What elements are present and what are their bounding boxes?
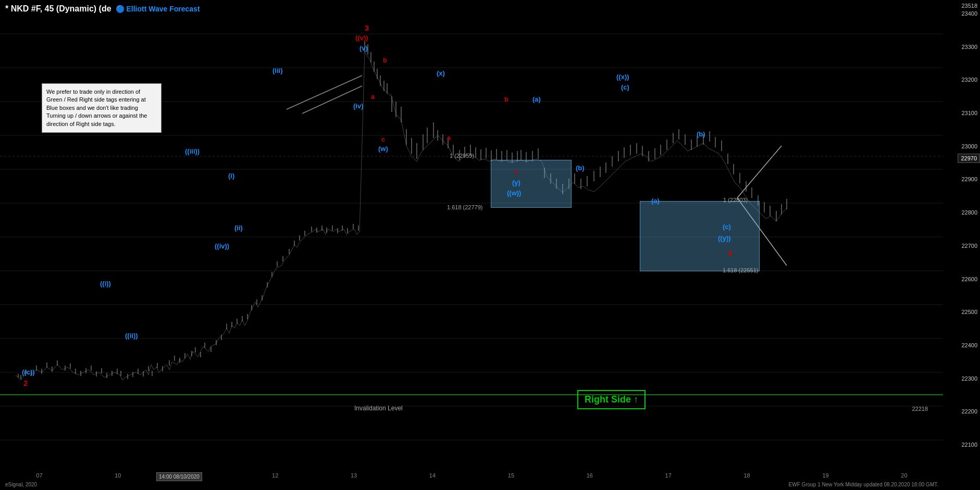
right-side-label: Right Side ↑ [585,394,638,405]
price-23100: 23100 [944,110,980,116]
wave-label-3: 3 [365,23,369,32]
svg-line-14 [287,76,362,109]
wave-label-b2: b [504,95,508,103]
wave-label-ii1: ((i)) [100,280,111,287]
price-22218-label: 22218 [912,406,928,412]
time-12: 12 [272,472,278,479]
date-highlight: 14:00 08/10/2020 [156,472,202,481]
wave-label-i1: (i) [228,172,234,180]
wave-label-c4: (c) [723,223,731,231]
wave-label-1618-22551: 1.618 (22551) [723,267,759,273]
time-10: 10 [115,472,121,479]
wave-label-iii: (iii) [272,67,283,74]
invalidation-level-text: Invalidation Level [354,405,403,412]
wave-label-v: (v) [359,44,368,52]
wave-label-yy1: ((y)) [718,234,731,242]
wave-label-c2: c [515,168,518,175]
wave-label-1-22959: 1 (22959) [450,153,474,159]
wave-label-iv: (iv) [353,102,364,110]
time-07: 07 [36,472,42,479]
time-15: 15 [508,472,514,479]
chart-title: * NKD #F, 45 (Dynamic) (de [5,4,111,14]
wave-label-x1: (x) [437,69,445,77]
bottom-left-text: eSignal, 2020 [5,482,37,487]
wave-label-xx: ((x)) [616,73,629,81]
chart-svg [0,0,980,490]
wave-label-1-22803: 1 (22803) [723,197,748,203]
wave-label-w1: (w) [378,145,388,153]
wave-label-a1: a [371,93,375,100]
wave-label-iii2: ((iii)) [185,147,200,155]
price-22900: 22900 [944,176,980,182]
time-18: 18 [743,472,750,479]
info-box-text: We prefer to trade only in direction of … [46,89,147,127]
price-22500: 22500 [944,309,980,315]
blue-box-1 [491,160,572,208]
wave-label-ii2: ((ii)) [125,332,138,340]
ewf-logo: 🔵 Elliott Wave Forecast [116,5,200,13]
wave-label-ww1: ((w)) [507,189,521,197]
price-23300: 23300 [944,44,980,50]
wave-label-c3: (c) [621,83,629,91]
price-23000: 23000 [944,143,980,149]
wave-label-iv2: ((iv)) [215,242,229,250]
wave-label-b1: b [383,56,387,64]
bottom-bar: eSignal, 2020 EWF Group 1 New York Midda… [5,482,938,487]
wave-label-ii3: (ii) [234,224,243,232]
time-14: 14 [429,472,436,479]
price-22800: 22800 [944,209,980,216]
price-scale: 23400 23300 23200 23100 23000 22900 2280… [944,0,980,458]
time-19: 19 [822,472,828,479]
wave-label-b4: (b) [697,130,705,138]
wave-label-b3: (b) [576,164,585,172]
chart-container: * NKD #F, 45 (Dynamic) (de 🔵 Elliott Wav… [0,0,980,490]
top-right-number: 23518 [961,3,977,9]
wave-label-a4: (a) [651,197,660,205]
time-20: 20 [901,472,907,479]
price-22300: 22300 [944,375,980,382]
wave-label-c1: c [381,135,385,143]
price-23400: 23400 [944,10,980,17]
date-highlight-text: 14:00 08/10/2020 [159,474,200,480]
price-22100: 22100 [944,442,980,448]
wave-label-4: 4 [728,248,732,257]
right-side-tag: Right Side ↑ [577,390,646,409]
wave-label-a2: a [447,134,451,142]
time-17: 17 [665,472,672,479]
price-22200: 22200 [944,408,980,414]
price-22700: 22700 [944,243,980,249]
time-axis: 07 10 11 12 13 14 15 16 17 18 19 20 [0,472,944,479]
title-bar: * NKD #F, 45 (Dynamic) (de 🔵 Elliott Wav… [5,4,200,14]
current-price-value: 22970 [961,155,977,161]
wave-label-y1: (y) [512,179,520,186]
time-16: 16 [587,472,593,479]
wave-label-c5: ((c)) [22,368,35,376]
current-price-badge: 22970 [958,154,980,163]
info-box: We prefer to trade only in direction of … [42,83,162,133]
wave-label-vv: ((v)) [355,34,368,42]
price-23200: 23200 [944,77,980,83]
wave-label-2: 2 [23,379,28,387]
svg-line-160 [737,146,781,198]
wave-label-a3: (a) [532,95,541,103]
wave-label-1618-22779: 1.618 (22779) [447,204,483,210]
bottom-right-text: EWF Group 1 New York Midday updated 08.2… [789,482,938,487]
price-22600: 22600 [944,276,980,282]
blue-box-2 [640,201,760,271]
time-13: 13 [351,472,357,479]
price-22400: 22400 [944,342,980,348]
